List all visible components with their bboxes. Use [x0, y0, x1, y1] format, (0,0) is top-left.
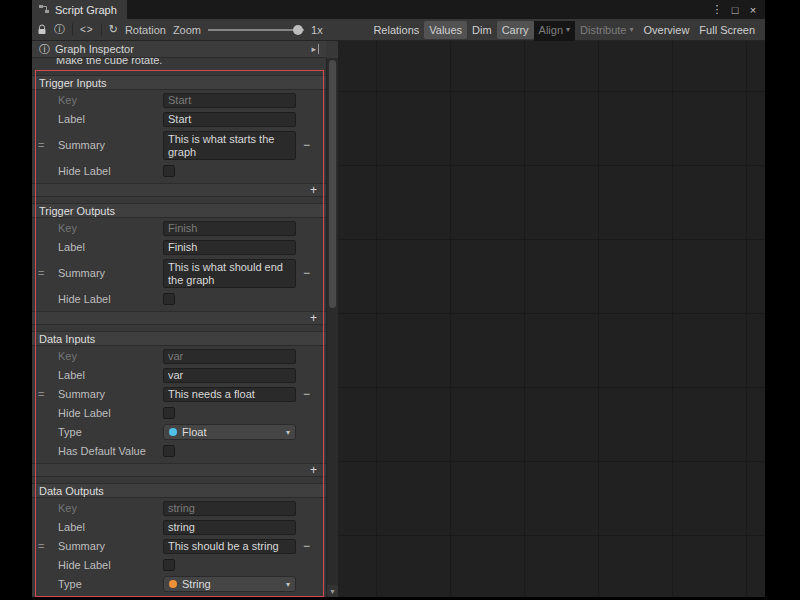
summary-row: = Summary − [32, 385, 326, 403]
label-label: Label [58, 113, 163, 125]
summary-label: Summary [58, 139, 163, 151]
key-label: Key [58, 222, 163, 234]
carry-button[interactable]: Carry [497, 21, 534, 39]
lock-icon[interactable] [37, 24, 47, 35]
drag-handle-icon[interactable]: = [38, 267, 44, 279]
chevron-down-icon: ▾ [630, 25, 634, 34]
label-field[interactable] [163, 520, 296, 535]
values-button[interactable]: Values [424, 21, 467, 39]
zoom-slider-handle[interactable] [293, 25, 303, 35]
summary-field[interactable]: This is what starts the graph [163, 131, 296, 160]
summary-field[interactable] [163, 539, 296, 554]
drag-handle-icon[interactable]: = [38, 388, 44, 400]
key-row: Key [32, 347, 326, 365]
add-row: + [32, 463, 326, 477]
window-controls: ⋮ □ × [709, 0, 765, 19]
add-button[interactable]: + [310, 184, 317, 196]
summary-field[interactable]: This is what should end the graph [163, 259, 296, 288]
remove-button[interactable]: − [303, 387, 310, 401]
section-data-inputs: Data Inputs Key Label = Summary [32, 331, 326, 477]
remove-button[interactable]: − [303, 539, 310, 553]
inspector-header: ⓘ Graph Inspector ▸ [32, 41, 326, 58]
key-row: Key [32, 91, 326, 109]
key-label: Key [58, 350, 163, 362]
key-field [163, 349, 296, 364]
toolbar-buttons: Relations Values Dim Carry Align ▾ Distr… [368, 19, 760, 40]
section-header[interactable]: Data Outputs [32, 483, 326, 498]
content-area: ⓘ Graph Inspector ▸ Make the cube rotate… [32, 41, 765, 597]
window-menu-icon[interactable]: ⋮ [709, 3, 725, 16]
relations-button[interactable]: Relations [368, 21, 424, 39]
section-header[interactable]: Trigger Inputs [32, 75, 326, 90]
overview-button[interactable]: Overview [639, 21, 695, 39]
label-field[interactable] [163, 368, 296, 383]
drag-handle-icon[interactable]: = [38, 139, 44, 151]
zoom-value: 1x [311, 24, 323, 36]
key-field [163, 501, 296, 516]
full-screen-button[interactable]: Full Screen [694, 21, 760, 39]
hide-label-row: Hide Label [32, 404, 326, 422]
collapse-inspector-icon[interactable]: ▸ [311, 44, 319, 54]
inspector-sections: Trigger Inputs Key Label = Summary [32, 70, 326, 597]
hide-label-checkbox[interactable] [163, 293, 175, 305]
key-field [163, 93, 296, 108]
inspector-scrollbar[interactable]: ▼ [326, 58, 338, 597]
hide-label-row: Hide Label [32, 162, 326, 180]
label-field[interactable] [163, 112, 296, 127]
dim-button[interactable]: Dim [467, 21, 497, 39]
rotation-icon: ↻ [109, 23, 118, 36]
inspector-title: Graph Inspector [55, 43, 134, 55]
add-button[interactable]: + [310, 464, 317, 476]
distribute-button-label: Distribute [580, 24, 626, 36]
label-row: Label [32, 366, 326, 384]
add-button[interactable]: + [310, 312, 317, 324]
has-default-checkbox[interactable] [163, 445, 175, 457]
remove-button[interactable]: − [303, 138, 310, 152]
scroll-down-arrow-icon[interactable]: ▼ [327, 585, 338, 597]
summary-row: = Summary This is what starts the graph … [32, 129, 326, 161]
section-title: Trigger Outputs [39, 205, 115, 217]
code-icon[interactable]: <> [80, 24, 94, 35]
label-row: Label [32, 238, 326, 256]
hide-label-label: Hide Label [58, 165, 163, 177]
summary-field[interactable] [163, 387, 296, 402]
section-title: Data Outputs [39, 485, 104, 497]
label-label: Label [58, 241, 163, 253]
type-row: Type Float ▾ [32, 423, 326, 441]
hide-label-checkbox[interactable] [163, 559, 175, 571]
section-header[interactable]: Trigger Outputs [32, 203, 326, 218]
type-dropdown[interactable]: String ▾ [163, 576, 296, 592]
type-row: Type String ▾ [32, 575, 326, 593]
screenshot-root: Script Graph ⋮ □ × ⓘ <> ↻ Rotation Zoom [0, 0, 800, 600]
summary-label: Summary [58, 388, 163, 400]
graph-canvas[interactable] [338, 41, 765, 597]
type-dropdown[interactable]: Float ▾ [163, 424, 296, 440]
align-button-label: Align [539, 24, 563, 36]
label-field[interactable] [163, 240, 296, 255]
remove-button[interactable]: − [303, 266, 310, 280]
info-icon: ⓘ [39, 42, 50, 57]
type-label: Type [58, 578, 163, 590]
key-label: Key [58, 502, 163, 514]
window-maximize-icon[interactable]: □ [727, 4, 743, 16]
tab-script-graph[interactable]: Script Graph [32, 0, 127, 19]
key-label: Key [58, 94, 163, 106]
label-label: Label [58, 521, 163, 533]
zoom-slider-track[interactable] [208, 29, 304, 31]
info-icon[interactable]: ⓘ [54, 22, 65, 37]
inspector-header-icons: ▸ [311, 44, 319, 54]
drag-handle-icon[interactable]: = [38, 540, 44, 552]
window-close-icon[interactable]: × [745, 4, 761, 16]
script-graph-icon [38, 3, 50, 17]
type-value: String [182, 578, 211, 590]
zoom-label: Zoom [173, 24, 201, 36]
hide-label-checkbox[interactable] [163, 407, 175, 419]
tab-bar: Script Graph ⋮ □ × [32, 0, 765, 19]
scrollbar-thumb[interactable] [329, 60, 336, 308]
add-row: + [32, 311, 326, 325]
toolbar-separator [101, 23, 102, 36]
hide-label-checkbox[interactable] [163, 165, 175, 177]
zoom-slider[interactable] [208, 22, 304, 38]
key-field [163, 221, 296, 236]
section-header[interactable]: Data Inputs [32, 331, 326, 346]
